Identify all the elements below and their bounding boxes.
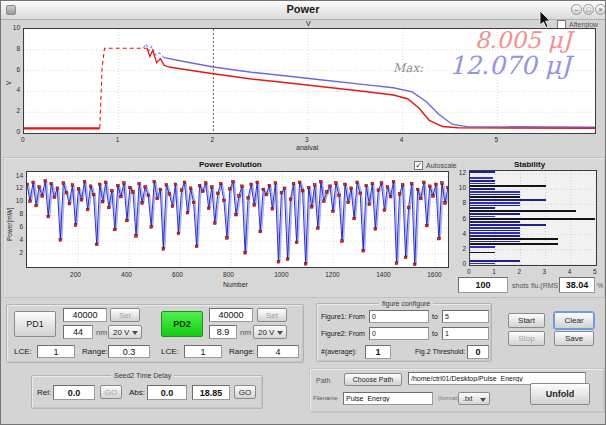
stability-bar <box>470 205 520 207</box>
start-button[interactable]: Start <box>508 313 545 328</box>
tick-label: 6 <box>11 223 23 230</box>
pd2-nm-label: nm <box>240 328 251 337</box>
unfold-button[interactable]: Unfold <box>530 383 590 405</box>
seed2-rel-input[interactable] <box>53 385 95 400</box>
tick-label: 10 <box>6 24 20 31</box>
top-chart-xlabel: analval <box>296 144 318 151</box>
seed2-rel-go-button[interactable]: GO <box>100 385 122 399</box>
tick-label: 12 <box>456 169 466 176</box>
stability-bar <box>470 246 495 248</box>
pd1-gain-input[interactable] <box>63 308 107 322</box>
stability-bar <box>470 183 495 185</box>
power-window: Power – □ × Afterglow V V analval 8.005 … <box>0 0 606 425</box>
pd1-wavelength-input[interactable] <box>63 325 93 339</box>
tick-label: 3 <box>305 136 309 143</box>
tick-label: 1000 <box>274 271 288 278</box>
stability-bar <box>470 199 546 201</box>
tick-label: 6 <box>6 66 20 73</box>
maximize-button[interactable]: □ <box>583 4 594 15</box>
stability-bar <box>470 252 495 254</box>
stability-bar <box>470 224 546 226</box>
title-bar[interactable]: Power – □ × <box>1 1 605 20</box>
stability-bars <box>470 171 596 265</box>
tick-label: 1400 <box>376 271 390 278</box>
filename-input[interactable] <box>343 392 433 405</box>
figure1-from-label: Figure1: From <box>321 313 365 320</box>
tick-label: 10 <box>456 184 466 191</box>
pd1-range-label: Range: <box>82 347 108 356</box>
stability-bar <box>470 188 495 190</box>
window-title: Power <box>1 3 605 15</box>
shots-input[interactable] <box>458 277 508 293</box>
shots-label: shots <box>512 282 529 289</box>
figure1-to-input[interactable] <box>442 310 489 323</box>
average-input[interactable] <box>365 345 391 359</box>
stability-title: Stability <box>514 160 545 169</box>
figure1-from-input[interactable] <box>369 310 429 323</box>
pd2-wavelength-input[interactable] <box>209 325 237 339</box>
save-button[interactable]: Save <box>554 331 594 346</box>
pd1-set-button[interactable]: Set <box>110 308 140 322</box>
stability-bar <box>470 196 520 198</box>
stability-bar <box>470 260 520 262</box>
stability-bar <box>470 177 493 179</box>
pd1-range-input[interactable] <box>108 345 150 358</box>
stability-bar <box>470 180 495 182</box>
pd2-set-button[interactable]: Set <box>257 308 287 322</box>
format-dropdown[interactable]: .txt <box>458 392 490 405</box>
threshold-label: Fig.2 Threshold: <box>415 348 465 355</box>
stop-button[interactable]: Stop <box>508 331 545 346</box>
seed2-abs2-input[interactable] <box>192 385 230 400</box>
pd2-range-input[interactable] <box>257 345 299 358</box>
choose-path-button[interactable]: Choose Path <box>344 373 402 386</box>
chevron-down-icon <box>277 331 283 335</box>
tick-label: 4 <box>6 86 20 93</box>
minimize-button[interactable]: – <box>571 4 582 15</box>
pd2-button[interactable]: PD2 <box>161 311 203 337</box>
rms-input[interactable] <box>559 277 595 293</box>
pd2-gain-input[interactable] <box>209 308 253 322</box>
top-chart-ylabel: V <box>5 81 12 85</box>
stability-bar <box>470 218 595 220</box>
stability-bar <box>470 213 520 215</box>
max-energy-label: Max: <box>393 61 423 75</box>
seed2-abs-input[interactable] <box>147 385 187 400</box>
clear-button[interactable]: Clear <box>554 312 594 329</box>
tick-label: 0 <box>21 136 25 143</box>
figure2-to-input[interactable] <box>442 327 489 340</box>
stability-bar <box>470 191 520 193</box>
pd2-lce-label: LCE: <box>161 347 179 356</box>
pd1-button[interactable]: PD1 <box>14 311 56 337</box>
average-label: #(average): <box>321 348 357 355</box>
tick-label: 400 <box>121 271 132 278</box>
tick-label: 5 <box>593 268 597 275</box>
figure2-to-label: to <box>432 330 438 337</box>
tick-label: 10 <box>11 197 23 204</box>
tick-label: 8 <box>6 45 20 52</box>
threshold-input[interactable] <box>467 345 489 359</box>
autoscale-checkbox[interactable]: ✓ <box>414 161 423 170</box>
evolution-xlabel: Number <box>223 281 248 288</box>
stability-bar <box>470 185 546 187</box>
pd1-voltage-dropdown[interactable]: 20 V <box>108 325 142 339</box>
tick-label: 600 <box>172 271 183 278</box>
close-button[interactable]: × <box>595 4 606 15</box>
tick-label: 4 <box>456 230 466 237</box>
tick-label: 14 <box>11 172 23 179</box>
seed2-abs-go-button[interactable]: GO <box>234 385 256 399</box>
pd2-voltage-dropdown[interactable]: 20 V <box>253 325 287 339</box>
figure2-from-input[interactable] <box>369 327 429 340</box>
stability-bar <box>470 210 576 212</box>
seed2-title: Seed2 Time Delay <box>111 372 174 379</box>
pd2-lce-input[interactable] <box>184 345 222 358</box>
tick-label: 0 <box>467 268 471 275</box>
pd1-lce-input[interactable] <box>37 345 75 358</box>
tick-label: 200 <box>70 271 81 278</box>
format-label: (format) <box>438 395 459 401</box>
tick-label: 5 <box>494 136 498 143</box>
tick-label: 1 <box>116 136 120 143</box>
seed2-abs-label: Abs: <box>129 388 145 397</box>
tick-label: 4 <box>400 136 404 143</box>
stability-bar <box>470 241 520 243</box>
stability-plot <box>469 170 597 266</box>
